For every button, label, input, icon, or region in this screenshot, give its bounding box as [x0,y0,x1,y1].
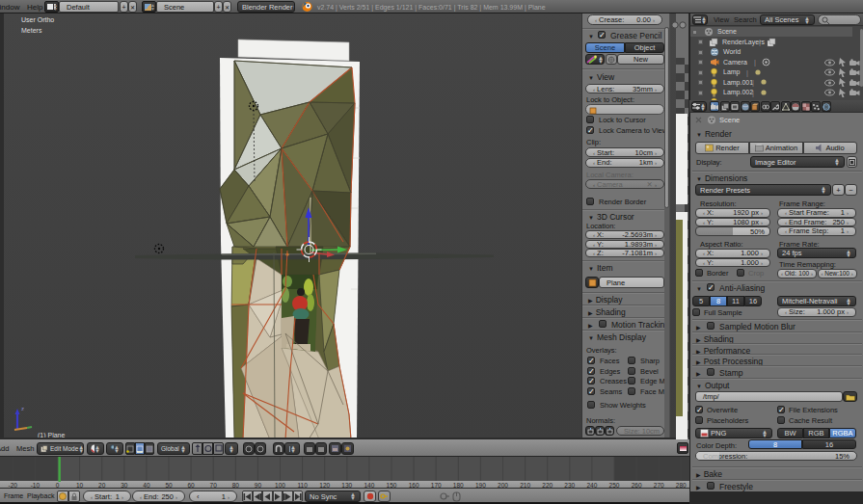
svg-text:z: z [21,406,24,411]
